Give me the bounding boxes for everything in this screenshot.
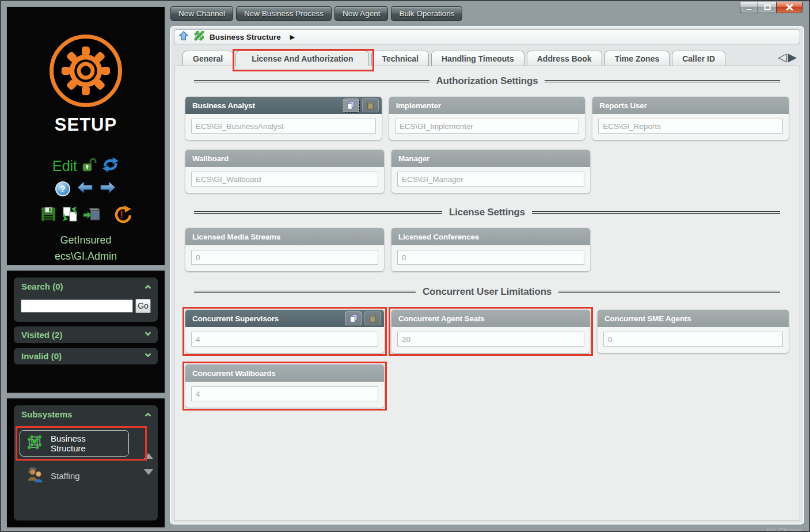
tab-handling-timeouts[interactable]: Handling Timeouts xyxy=(431,51,524,66)
tab-technical[interactable]: Technical xyxy=(371,51,429,66)
licensed-media-streams-input[interactable] xyxy=(191,250,378,265)
field-concurrent-agent-seats: Concurrent Agent Seats xyxy=(391,310,590,353)
field-label: Wallboard xyxy=(192,154,229,163)
licensed-conferences-input[interactable] xyxy=(397,250,584,265)
business-structure-icon xyxy=(193,30,205,44)
field-label: Concurrent Supervisors xyxy=(192,314,279,323)
close-button[interactable] xyxy=(776,2,803,13)
tab-general[interactable]: General xyxy=(182,51,233,66)
paste-button[interactable] xyxy=(364,311,381,325)
visited-accordion-header[interactable]: Visited (2) xyxy=(14,326,158,343)
sidebar-item-label: Staffing xyxy=(51,471,80,481)
staffing-icon xyxy=(27,468,43,484)
subsystems-group: Subsystems xyxy=(14,405,158,520)
paste-button[interactable] xyxy=(362,98,379,112)
refresh-warning-icon[interactable]: ! xyxy=(113,205,131,225)
server-export-icon[interactable] xyxy=(83,206,100,225)
business-analyst-input[interactable] xyxy=(191,119,376,134)
reports-user-input[interactable] xyxy=(598,119,783,134)
tab-scroll-left-icon[interactable]: ◁ xyxy=(778,51,786,63)
concurrent-agent-seats-input[interactable] xyxy=(397,332,584,347)
tab-caller-id[interactable]: Caller ID xyxy=(672,51,725,66)
app-window: { "window": { "controls": ["minimize", "… xyxy=(0,0,810,532)
concurrent-sme-agents-input[interactable] xyxy=(603,332,783,347)
tab-scroll-right-icon[interactable]: ▶ xyxy=(788,51,797,63)
tab-time-zones[interactable]: Time Zones xyxy=(604,51,670,66)
new-business-process-button[interactable]: New Business Process xyxy=(236,6,332,21)
close-icon xyxy=(786,4,793,10)
tab-label: Handling Timeouts xyxy=(442,54,514,63)
chevron-up-icon xyxy=(144,284,151,291)
sidebar-item-staffing[interactable]: Staffing xyxy=(20,468,143,484)
breadcrumb-expand-icon[interactable]: ▶ xyxy=(290,33,295,41)
sidebar-item-business-structure[interactable]: Business Structure xyxy=(20,430,129,457)
edit-button[interactable]: Edit xyxy=(52,158,77,174)
field-label: Licensed Conferences xyxy=(398,233,479,241)
chevron-up-icon xyxy=(144,412,151,419)
refresh-icon[interactable] xyxy=(102,157,119,175)
field-wallboard: Wallboard xyxy=(185,150,384,193)
back-arrow-icon[interactable] xyxy=(77,181,93,196)
field-row: Licensed Media Streams Licensed Conferen… xyxy=(174,228,800,271)
field-label: Business Analyst xyxy=(192,101,255,110)
field-label: Concurrent Wallboards xyxy=(192,369,276,378)
help-icon[interactable]: ? xyxy=(55,181,70,196)
annotation-box-license-tab: License And Authorization xyxy=(235,51,371,66)
search-accordion-header[interactable]: Search (0) xyxy=(14,278,158,295)
scroll-down-icon[interactable] xyxy=(144,469,153,475)
invalid-accordion-header[interactable]: Invalid (0) xyxy=(14,348,158,364)
tab-label: Technical xyxy=(382,54,419,63)
field-manager: Manager xyxy=(391,150,590,193)
section-divider xyxy=(545,80,780,82)
copy-button[interactable] xyxy=(345,311,362,325)
watermark: (c) Chann xyxy=(767,526,802,532)
navigate-up-icon[interactable] xyxy=(178,31,189,43)
implementer-input[interactable] xyxy=(395,119,580,134)
concurrent-wallboards-input[interactable] xyxy=(191,386,378,401)
copy-icon xyxy=(345,100,356,111)
sidebar: SETUP Edit ? xyxy=(6,6,166,529)
field-label: Implementer xyxy=(396,101,441,110)
copy-files-icon[interactable] xyxy=(61,206,78,225)
restore-button[interactable] xyxy=(758,2,776,13)
subsystems-panel: Subsystems xyxy=(6,397,166,529)
tab-license-and-authorization[interactable]: License And Authorization xyxy=(235,51,369,66)
save-icon[interactable] xyxy=(40,206,56,225)
breadcrumb: Business Structure ▶ xyxy=(174,29,800,44)
search-input[interactable] xyxy=(21,299,133,313)
visited-header-label: Visited (2) xyxy=(21,330,62,340)
tab-address-book[interactable]: Address Book xyxy=(527,51,602,66)
field-row: Wallboard Manager xyxy=(174,150,800,193)
forward-arrow-icon[interactable] xyxy=(100,181,116,196)
toolbar: New Channel New Business Process New Age… xyxy=(170,6,462,21)
manager-input[interactable] xyxy=(397,172,584,187)
new-agent-button[interactable]: New Agent xyxy=(334,6,388,21)
search-go-button[interactable]: Go xyxy=(135,299,151,313)
svg-text:!: ! xyxy=(120,209,123,221)
search-group: Search (0) Go xyxy=(14,278,158,322)
field-concurrent-sme-agents: Concurrent SME Agents xyxy=(598,310,789,353)
account-name: GetInsured xyxy=(55,233,117,249)
field-label: Licensed Media Streams xyxy=(192,233,280,241)
field-licensed-media-streams: Licensed Media Streams xyxy=(185,228,384,271)
wallboard-input[interactable] xyxy=(191,172,378,187)
bulk-operations-button[interactable]: Bulk Operations xyxy=(391,6,462,21)
copy-icon xyxy=(348,313,359,324)
scroll-up-icon[interactable] xyxy=(144,453,153,459)
field-label: Manager xyxy=(398,154,429,163)
invalid-header-label: Invalid (0) xyxy=(21,351,62,361)
edit-row: Edit xyxy=(52,157,119,175)
new-channel-button[interactable]: New Channel xyxy=(170,6,233,21)
field-business-analyst: Business Analyst xyxy=(185,97,382,140)
subsystems-header-label: Subsystems xyxy=(21,409,72,419)
copy-button[interactable] xyxy=(343,98,359,112)
minimize-button[interactable] xyxy=(740,2,758,13)
field-row: Concurrent Wallboards xyxy=(174,364,800,408)
subsystems-accordion-header[interactable]: Subsystems xyxy=(14,405,158,423)
minimize-icon xyxy=(746,4,752,11)
annotation-box-concurrent-wallboards: Concurrent Wallboards xyxy=(185,364,384,408)
field-label: Reports User xyxy=(599,101,647,110)
breadcrumb-item[interactable]: Business Structure xyxy=(210,33,281,41)
concurrent-supervisors-input[interactable] xyxy=(191,332,378,347)
tab-strip: General License And Authorization Techni… xyxy=(174,47,800,66)
